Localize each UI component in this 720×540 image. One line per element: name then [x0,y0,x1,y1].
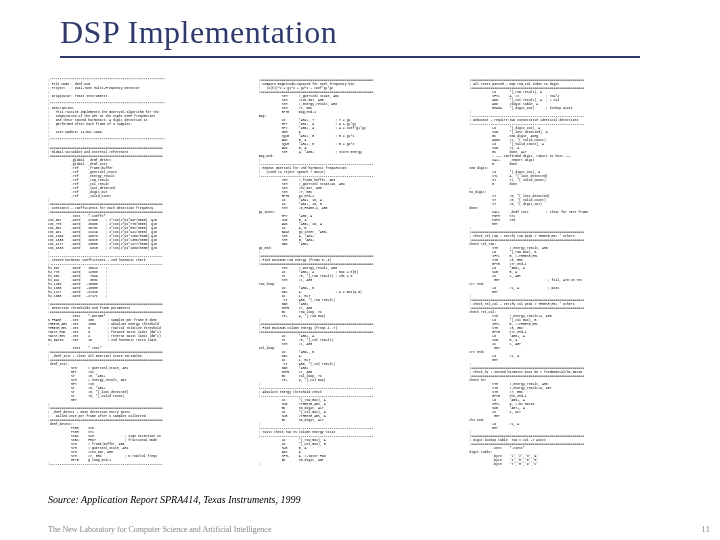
footer-affiliation: The New Laboratory for Computer Science … [48,525,271,534]
slide-title: DSP Implementation [60,14,337,51]
code-text-2: ;=======================================… [259,78,462,466]
code-column-1: ;***************************************… [48,78,251,466]
source-citation: Source: Application Report SPRA414, Texa… [48,494,300,505]
code-text-3: ;=======================================… [469,78,672,466]
code-column-2: ;=======================================… [259,78,462,466]
slide-number: 11 [701,524,710,534]
code-text-1: ;***************************************… [48,78,251,466]
code-column-3: ;=======================================… [469,78,672,466]
code-listing: ;***************************************… [48,78,672,466]
title-underline [60,56,640,58]
